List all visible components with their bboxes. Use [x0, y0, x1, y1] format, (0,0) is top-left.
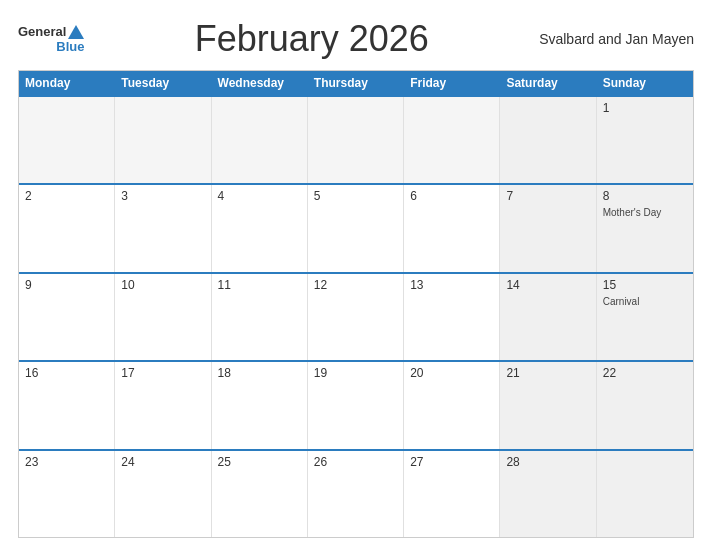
day-cell-feb5: 5 [308, 185, 404, 271]
region-label: Svalbard and Jan Mayen [539, 31, 694, 47]
header-monday: Monday [19, 71, 115, 95]
day-cell-feb13: 13 [404, 274, 500, 360]
day-cell-feb3: 3 [115, 185, 211, 271]
day-number: 19 [314, 366, 397, 380]
page: General Blue February 2026 Svalbard and … [0, 0, 712, 550]
day-number: 11 [218, 278, 301, 292]
day-number: 10 [121, 278, 204, 292]
day-number: 16 [25, 366, 108, 380]
week-row-2: 2 3 4 5 6 7 8 Mother's [19, 183, 693, 271]
day-cell-feb26: 26 [308, 451, 404, 537]
day-cell-feb11: 11 [212, 274, 308, 360]
day-number: 2 [25, 189, 108, 203]
day-number: 5 [314, 189, 397, 203]
day-cell-feb2: 2 [19, 185, 115, 271]
logo: General Blue [18, 24, 84, 54]
day-cell [212, 97, 308, 183]
day-cell [404, 97, 500, 183]
day-cell-feb14: 14 [500, 274, 596, 360]
day-cell-feb23: 23 [19, 451, 115, 537]
day-number: 17 [121, 366, 204, 380]
day-number: 24 [121, 455, 204, 469]
day-cell-feb18: 18 [212, 362, 308, 448]
day-number: 21 [506, 366, 589, 380]
calendar-grid: Monday Tuesday Wednesday Thursday Friday… [18, 70, 694, 538]
day-cell [19, 97, 115, 183]
day-cell-feb7: 7 [500, 185, 596, 271]
day-cell-feb22: 22 [597, 362, 693, 448]
day-number: 7 [506, 189, 589, 203]
day-number: 14 [506, 278, 589, 292]
day-cell-feb12: 12 [308, 274, 404, 360]
day-cell-feb24: 24 [115, 451, 211, 537]
day-cell-feb20: 20 [404, 362, 500, 448]
day-number: 9 [25, 278, 108, 292]
week-row-3: 9 10 11 12 13 14 15 Ca [19, 272, 693, 360]
header-saturday: Saturday [500, 71, 596, 95]
week-row-5: 23 24 25 26 27 28 [19, 449, 693, 537]
day-number: 13 [410, 278, 493, 292]
calendar-header: General Blue February 2026 Svalbard and … [18, 18, 694, 60]
day-number: 6 [410, 189, 493, 203]
day-number: 23 [25, 455, 108, 469]
day-cell-feb6: 6 [404, 185, 500, 271]
header-tuesday: Tuesday [115, 71, 211, 95]
day-cell-feb15: 15 Carnival [597, 274, 693, 360]
day-number: 12 [314, 278, 397, 292]
day-cell-feb1: 1 [597, 97, 693, 183]
logo-blue-text: Blue [56, 39, 84, 54]
header-thursday: Thursday [308, 71, 404, 95]
day-number: 15 [603, 278, 687, 292]
logo-general-text: General [18, 24, 66, 39]
logo-triangle-icon [68, 25, 84, 39]
day-cell [308, 97, 404, 183]
header-wednesday: Wednesday [212, 71, 308, 95]
day-cell-feb17: 17 [115, 362, 211, 448]
header-sunday: Sunday [597, 71, 693, 95]
day-cell-feb8: 8 Mother's Day [597, 185, 693, 271]
day-cell-feb4: 4 [212, 185, 308, 271]
day-headers-row: Monday Tuesday Wednesday Thursday Friday… [19, 71, 693, 95]
day-number: 28 [506, 455, 589, 469]
day-cell-feb25: 25 [212, 451, 308, 537]
week-row-4: 16 17 18 19 20 21 22 [19, 360, 693, 448]
day-cell [115, 97, 211, 183]
day-event: Carnival [603, 296, 687, 307]
day-cell-feb19: 19 [308, 362, 404, 448]
day-cell-feb28: 28 [500, 451, 596, 537]
day-cell-feb9: 9 [19, 274, 115, 360]
day-number: 1 [603, 101, 687, 115]
day-number: 26 [314, 455, 397, 469]
header-friday: Friday [404, 71, 500, 95]
day-cell-feb16: 16 [19, 362, 115, 448]
day-number: 8 [603, 189, 687, 203]
day-cell [500, 97, 596, 183]
day-number: 4 [218, 189, 301, 203]
day-cell-feb21: 21 [500, 362, 596, 448]
day-number: 20 [410, 366, 493, 380]
week-row-1: 1 [19, 95, 693, 183]
calendar-weeks: 1 2 3 4 5 6 [19, 95, 693, 537]
day-cell-empty [597, 451, 693, 537]
day-number: 3 [121, 189, 204, 203]
day-number: 22 [603, 366, 687, 380]
day-cell-feb10: 10 [115, 274, 211, 360]
day-number: 27 [410, 455, 493, 469]
day-event: Mother's Day [603, 207, 687, 218]
day-number: 25 [218, 455, 301, 469]
day-cell-feb27: 27 [404, 451, 500, 537]
calendar-title: February 2026 [195, 18, 429, 60]
day-number: 18 [218, 366, 301, 380]
